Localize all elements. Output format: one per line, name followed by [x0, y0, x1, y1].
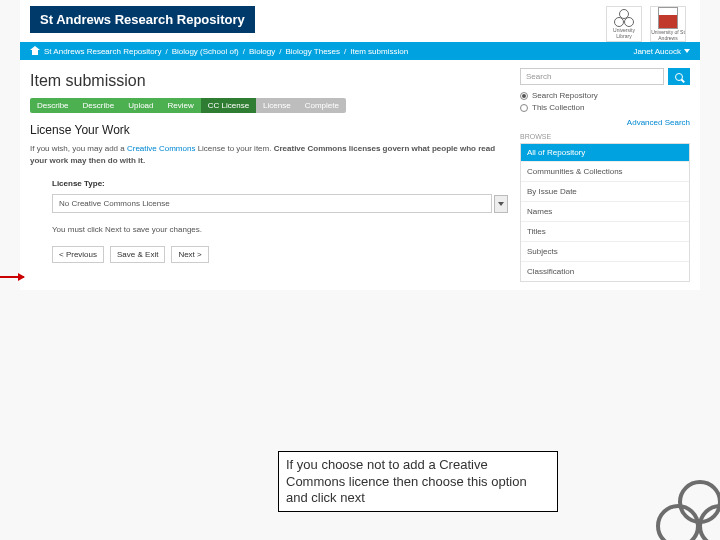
browse-panel-title[interactable]: All of Repository: [521, 144, 689, 161]
browse-item-names[interactable]: Names: [521, 201, 689, 221]
advanced-search-link[interactable]: Advanced Search: [520, 118, 690, 127]
library-logo[interactable]: University Library: [606, 6, 642, 42]
license-type-select[interactable]: No Creative Commons License: [52, 194, 492, 213]
breadcrumb-item[interactable]: Biology: [249, 47, 275, 56]
main-content: Item submission Describe Describe Upload…: [30, 68, 508, 282]
step-upload[interactable]: Upload: [121, 98, 160, 113]
search-icon: [675, 73, 683, 81]
annotation-arrow: [0, 276, 24, 278]
license-type-value: No Creative Commons License: [59, 199, 170, 208]
page-title: Item submission: [30, 72, 508, 90]
step-license: License: [256, 98, 298, 113]
cc-link[interactable]: Creative Commons: [127, 144, 195, 153]
home-icon[interactable]: [30, 46, 40, 56]
browse-item-classification[interactable]: Classification: [521, 261, 689, 281]
browse-item-subjects[interactable]: Subjects: [521, 241, 689, 261]
sidebar: Search Search Repository This Collection…: [520, 68, 690, 282]
library-logo-label: University Library: [607, 27, 641, 39]
breadcrumb-item[interactable]: Biology (School of): [172, 47, 239, 56]
logo-group: University Library University of St Andr…: [606, 6, 690, 42]
browse-item-titles[interactable]: Titles: [521, 221, 689, 241]
breadcrumb: St Andrews Research Repository / Biology…: [30, 46, 408, 56]
step-describe-2[interactable]: Describe: [76, 98, 122, 113]
breadcrumb-item: Item submission: [350, 47, 408, 56]
university-logo-label: University of St Andrews: [651, 29, 685, 41]
annotation-callout: If you choose not to add a Creative Comm…: [278, 451, 558, 512]
section-title: License Your Work: [30, 123, 508, 137]
radio-icon: [520, 92, 528, 100]
save-hint: You must click Next to save your changes…: [52, 225, 508, 234]
search-input[interactable]: Search: [520, 68, 664, 85]
select-dropdown-button[interactable]: [494, 195, 508, 213]
license-type-label: License Type:: [52, 179, 508, 188]
browse-heading: BROWSE: [520, 133, 690, 140]
chevron-down-icon: [684, 49, 690, 53]
browse-panel: All of Repository Communities & Collecti…: [520, 143, 690, 282]
chevron-down-icon: [498, 202, 504, 206]
breadcrumb-item[interactable]: St Andrews Research Repository: [44, 47, 161, 56]
scope-repository[interactable]: Search Repository: [520, 91, 690, 100]
intro-text: If you wish, you may add a Creative Comm…: [30, 143, 508, 167]
step-review[interactable]: Review: [161, 98, 201, 113]
browse-item-issue-date[interactable]: By Issue Date: [521, 181, 689, 201]
step-complete: Complete: [298, 98, 346, 113]
next-button[interactable]: Next >: [171, 246, 208, 263]
scope-collection[interactable]: This Collection: [520, 103, 690, 112]
radio-icon: [520, 104, 528, 112]
university-logo[interactable]: University of St Andrews: [650, 6, 686, 42]
step-describe-1[interactable]: Describe: [30, 98, 76, 113]
submission-steps: Describe Describe Upload Review CC Licen…: [30, 98, 346, 113]
search-button[interactable]: [668, 68, 690, 85]
breadcrumb-item[interactable]: Biology Theses: [286, 47, 341, 56]
user-name: Janet Aucock: [633, 47, 681, 56]
previous-button[interactable]: < Previous: [52, 246, 104, 263]
nav-button-row: < Previous Save & Exit Next >: [52, 246, 508, 263]
breadcrumb-bar: St Andrews Research Repository / Biology…: [20, 42, 700, 60]
site-brand: St Andrews Research Repository: [30, 6, 255, 33]
save-exit-button[interactable]: Save & Exit: [110, 246, 165, 263]
step-cc-license[interactable]: CC License: [201, 98, 256, 113]
user-menu[interactable]: Janet Aucock: [633, 47, 690, 56]
browse-item-communities[interactable]: Communities & Collections: [521, 161, 689, 181]
